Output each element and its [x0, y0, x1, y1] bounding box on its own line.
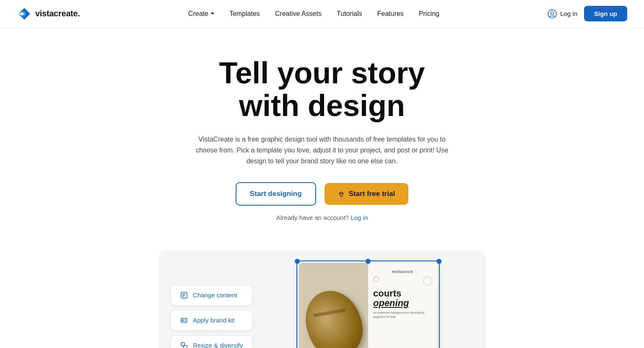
feature-pills: Change content Apply brand kit Resize & … [171, 286, 252, 348]
hero-title: Tell your story with design [219, 57, 425, 122]
hero-subtitle: VistaCreate is a free graphic design too… [192, 134, 452, 167]
design-card: HitSwitch courts opening An extensive ba… [299, 263, 437, 348]
design-card-content: HitSwitch courts opening An extensive ba… [368, 263, 437, 348]
card-opening: opening [373, 298, 432, 308]
login-button[interactable]: Log in [548, 9, 577, 18]
apply-brand-kit-pill[interactable]: Apply brand kit [171, 311, 252, 330]
hero-buttons: Start designing Start free trial [236, 182, 408, 206]
handle-tr[interactable] [436, 259, 441, 264]
hero-account-prompt: Already have an account? Log in [276, 214, 368, 221]
card-title-area: courts opening An extensive background i… [373, 289, 432, 348]
nav-create[interactable]: Create [188, 10, 214, 18]
preview-container: Change content Apply brand kit Resize & … [158, 250, 486, 348]
user-icon [548, 9, 557, 18]
nav-pricing[interactable]: Pricing [419, 10, 439, 18]
svg-point-10 [182, 320, 184, 321]
card-circle-large [423, 276, 432, 286]
resize-icon [180, 342, 188, 348]
nav-creative-assets[interactable]: Creative Assets [275, 10, 322, 18]
start-designing-button[interactable]: Start designing [236, 182, 316, 206]
card-courts: courts [373, 289, 432, 298]
card-subtitle: An extensive background in developing pr… [373, 311, 432, 319]
card-decorations [373, 276, 432, 286]
navigation: vistacreate. Create Templates Creative A… [0, 0, 644, 28]
nav-features[interactable]: Features [377, 10, 404, 18]
signup-button[interactable]: Sign up [584, 6, 627, 21]
preview-section: Change content Apply brand kit Resize & … [0, 238, 644, 348]
nav-templates[interactable]: Templates [229, 10, 260, 18]
bread-image [299, 283, 371, 348]
chevron-down-icon [211, 13, 214, 15]
logo[interactable]: vistacreate. [17, 6, 80, 21]
handle-tl[interactable] [295, 259, 300, 264]
resize-diversify-pill[interactable]: Resize & diversify [171, 336, 252, 348]
change-content-pill[interactable]: Change content [171, 286, 252, 305]
nav-actions: Log in Sign up [548, 6, 627, 21]
hero-login-link[interactable]: Log in [351, 214, 368, 221]
brand-icon [180, 317, 188, 324]
nav-links: Create Templates Creative Assets Tutoria… [188, 10, 439, 18]
svg-point-4 [551, 11, 554, 14]
card-brand: HitSwitch [373, 270, 432, 274]
start-free-trial-button[interactable]: Start free trial [325, 183, 409, 205]
design-card-wrap: HitSwitch courts opening An extensive ba… [299, 263, 437, 348]
edit-icon [180, 291, 188, 299]
diamond-icon [338, 191, 345, 198]
nav-tutorials[interactable]: Tutorials [337, 10, 362, 18]
hero-section: Tell your story with design VistaCreate … [0, 28, 644, 238]
design-card-image [299, 263, 368, 348]
logo-text: vistacreate. [35, 9, 80, 18]
card-circle-small [373, 276, 379, 282]
